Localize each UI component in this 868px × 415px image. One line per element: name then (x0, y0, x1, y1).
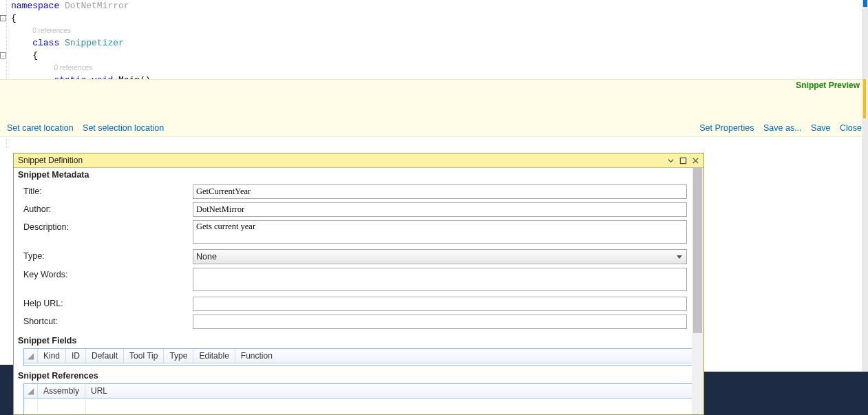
type-select-value: None (196, 252, 217, 262)
set-selection-location-link[interactable]: Set selection location (83, 123, 164, 133)
description-label: Description: (23, 220, 193, 232)
references-heading: Snippet References (14, 369, 703, 382)
fields-grid-body[interactable] (24, 363, 693, 365)
col-editable[interactable]: Editable (193, 349, 235, 363)
keywords-input[interactable] (193, 268, 687, 291)
col-url[interactable]: URL (85, 384, 693, 398)
snippet-action-bar: Set caret location Set selection locatio… (7, 120, 862, 136)
save-as-link[interactable]: Save as... (763, 123, 802, 133)
panel-body: Snippet Metadata Title: Author: Descript… (14, 168, 703, 414)
cell-url[interactable] (86, 399, 693, 414)
title-input[interactable] (193, 184, 687, 199)
svg-rect-0 (680, 158, 686, 163)
set-caret-location-link[interactable]: Set caret location (7, 123, 74, 133)
grid-corner: ◢ (24, 384, 38, 398)
snippet-definition-panel: Snippet Definition Snippet Metadata Titl… (13, 153, 704, 415)
col-type[interactable]: Type (164, 349, 193, 363)
panel-scrollbar[interactable] (692, 168, 703, 414)
col-function[interactable]: Function (235, 349, 693, 363)
title-label: Title: (23, 184, 193, 196)
author-label: Author: (23, 202, 193, 214)
row-selector[interactable] (24, 399, 38, 414)
fields-heading: Snippet Fields (14, 334, 703, 347)
snippet-preview-label: Snippet Preview (796, 81, 860, 90)
type-label: Type: (23, 249, 193, 261)
shortcut-input[interactable] (193, 315, 687, 329)
description-input[interactable]: Gets current year (193, 220, 687, 244)
col-tooltip[interactable]: Tool Tip (124, 349, 164, 363)
set-properties-link[interactable]: Set Properties (699, 123, 754, 133)
shortcut-label: Shortcut: (23, 315, 193, 326)
type-select[interactable]: None (193, 249, 687, 264)
col-kind[interactable]: Kind (38, 349, 66, 363)
metadata-heading: Snippet Metadata (14, 168, 703, 181)
author-input[interactable] (193, 202, 687, 217)
cell-assembly[interactable] (38, 399, 86, 414)
col-assembly[interactable]: Assembly (38, 384, 85, 398)
metadata-form: Title: Author: Description: Gets current… (14, 184, 703, 332)
scrollbar-thumb[interactable] (693, 168, 702, 333)
grid-corner: ◢ (24, 349, 38, 363)
maximize-icon[interactable] (677, 155, 688, 166)
panel-title: Snippet Definition (18, 156, 83, 165)
references-grid-body[interactable] (24, 398, 693, 414)
fold-toggle-icon[interactable]: - (0, 15, 6, 21)
helpurl-input[interactable] (193, 297, 687, 311)
panel-menu-icon[interactable] (665, 155, 676, 166)
col-id[interactable]: ID (66, 349, 86, 363)
root: - - Snippet Preview namespace DotNetMirr… (0, 0, 868, 415)
fields-grid-header: ◢ Kind ID Default Tool Tip Type Editable… (24, 349, 693, 363)
fields-grid[interactable]: ◢ Kind ID Default Tool Tip Type Editable… (23, 348, 694, 366)
close-link[interactable]: Close (840, 123, 862, 133)
save-link[interactable]: Save (811, 123, 831, 133)
panel-titlebar[interactable]: Snippet Definition (14, 153, 703, 168)
code-editor[interactable]: - - Snippet Preview namespace DotNetMirr… (0, 0, 868, 151)
table-row[interactable] (24, 398, 693, 414)
close-icon[interactable] (690, 155, 701, 166)
col-default[interactable]: Default (86, 349, 124, 363)
references-grid-header: ◢ Assembly URL (24, 384, 693, 398)
fold-toggle-icon[interactable]: - (0, 52, 6, 58)
helpurl-label: Help URL: (23, 297, 193, 308)
references-grid[interactable]: ◢ Assembly URL (23, 383, 694, 414)
change-marker (863, 79, 866, 118)
keywords-label: Key Words: (23, 268, 193, 279)
